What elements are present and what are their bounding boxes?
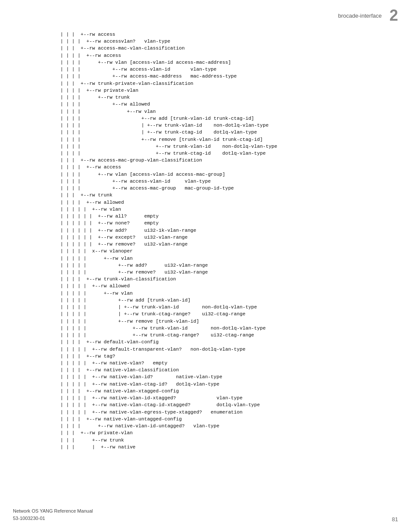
footer-manual-title: Network OS YANG Reference Manual xyxy=(13,507,93,515)
header-title: brocade-interface xyxy=(338,12,382,19)
code-block: | | | +--rw access | | | | +--rw accessv… xyxy=(0,28,411,459)
page-header: brocade-interface 2 xyxy=(0,0,411,28)
page-footer: Network OS YANG Reference Manual 53-1003… xyxy=(13,507,398,523)
header-number: 2 xyxy=(389,8,398,23)
footer-doc-number: 53-1003230-01 xyxy=(13,515,93,523)
footer-left: Network OS YANG Reference Manual 53-1003… xyxy=(13,507,93,523)
footer-page-number: 81 xyxy=(392,516,398,523)
